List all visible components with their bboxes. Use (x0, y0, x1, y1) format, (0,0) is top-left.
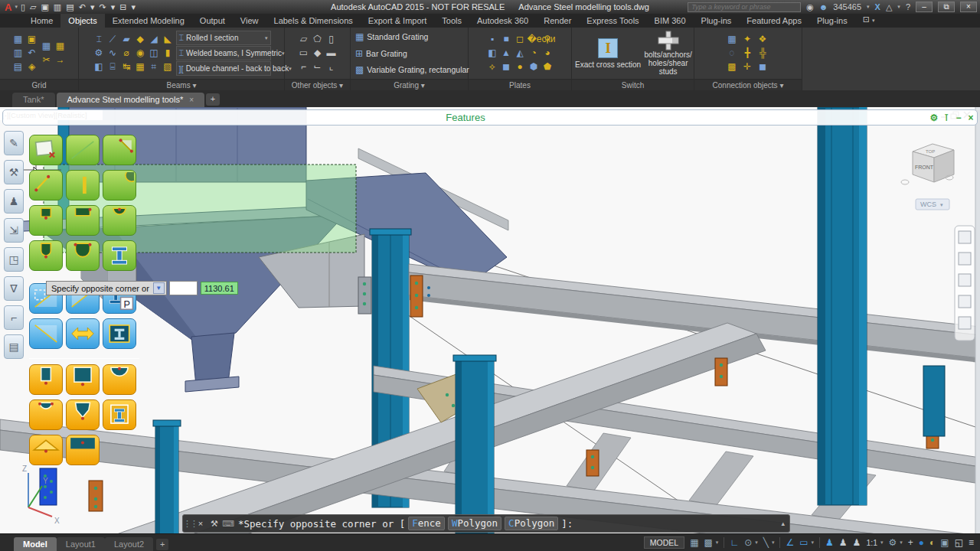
beam-icon-4[interactable]: ◆ (134, 33, 147, 46)
layout2-tab[interactable]: Layout2 (105, 537, 153, 551)
plate-vertical-icon[interactable]: ▱ (297, 33, 310, 46)
option-cpolygon-button[interactable]: CPolygon (505, 517, 558, 530)
ribbon-display-toggle-icon[interactable]: ⊡ ▾ (855, 12, 883, 28)
conn-icon-1[interactable]: ▦ (726, 33, 739, 46)
option-wpolygon-button[interactable]: WPolygon (448, 517, 501, 530)
steel-column-d[interactable] (153, 420, 181, 533)
model-tab[interactable]: Model (14, 537, 57, 551)
plate-icon-13[interactable]: ● (514, 60, 527, 73)
hole-arc-button[interactable] (29, 399, 63, 430)
palette-pin-icon[interactable]: ⊺ (940, 112, 952, 123)
feature-rect-notch-button[interactable] (29, 205, 63, 236)
feature-edge-cut-button[interactable] (29, 170, 63, 201)
zoom-icon[interactable] (959, 274, 971, 286)
funnel-tool-icon[interactable]: ∇ (4, 276, 24, 301)
workspace-icon[interactable]: ⊟ (119, 2, 126, 12)
command-grip-handle[interactable]: ⋮⋮ (183, 519, 194, 529)
pipe-tool-icon[interactable]: ⌐ (4, 305, 24, 330)
tab-render[interactable]: Render (536, 14, 579, 28)
conn-icon-8[interactable]: ✛ (741, 60, 754, 73)
plate-diagonal-cut2-button[interactable] (29, 318, 63, 349)
beam-icon-13[interactable]: ◧ (93, 60, 106, 73)
double-channel-dropdown[interactable]: ][Double channel - back to back▾ (176, 61, 271, 76)
panel-plates-label[interactable]: Plates (469, 79, 571, 90)
grid-sequence-icon[interactable]: ▤ (11, 60, 24, 73)
grid-big-icon[interactable]: ▦ (40, 40, 53, 53)
wcs-dropdown[interactable]: WCS ▾ (916, 199, 949, 210)
variable-grating-item[interactable]: ▩Variable Grating, rectangular (355, 62, 467, 77)
beam-icon-11[interactable]: ◫ (148, 47, 161, 60)
new-layout-button[interactable]: + (156, 539, 168, 550)
close-button[interactable]: × (960, 2, 977, 12)
showmotion-icon[interactable] (959, 317, 971, 329)
option-fence-button[interactable]: Fence (408, 517, 445, 530)
beam-icon-8[interactable]: ∿ (106, 47, 119, 60)
beam-icon-3[interactable]: ▰ (120, 33, 133, 46)
hardware-icon[interactable]: ▣ (940, 534, 949, 551)
feature-corner-cut-button[interactable] (103, 135, 136, 165)
palette-gear-icon[interactable]: ⚙ (928, 112, 940, 123)
grid-extend-icon[interactable]: ◈ (25, 60, 38, 73)
open-file-icon[interactable]: ▱ (30, 2, 36, 12)
tab-express-tools[interactable]: Express Tools (579, 14, 646, 28)
tab-view[interactable]: View (233, 14, 266, 28)
conn-icon-3[interactable]: ❖ (756, 33, 769, 46)
conn-icon-7[interactable]: ▩ (726, 60, 739, 73)
undo-dropdown-icon[interactable]: ▾ (90, 2, 95, 12)
beam-icon-17[interactable]: ⌗ (148, 60, 161, 73)
command-close-icon[interactable]: × (194, 519, 207, 528)
tab-plugins-2[interactable]: Plug-ins (809, 14, 855, 28)
a360-dropdown-icon[interactable]: ▾ (897, 4, 900, 10)
feature-u-notch-button[interactable] (29, 240, 63, 271)
command-prompt[interactable]: *Specify opposite corner or [ Fence WPol… (238, 517, 573, 530)
panel-grating-label[interactable]: Grating ▾ (351, 79, 468, 90)
plate-icon-3[interactable]: ◻ (514, 33, 527, 46)
beam-icon-10[interactable]: ◉ (134, 47, 147, 60)
beam-icon-16[interactable]: ▦ (134, 60, 147, 73)
tab-extended-modeling[interactable]: Extended Modeling (105, 14, 192, 28)
search-icon[interactable]: ◉ (806, 2, 814, 12)
grid-cut-icon[interactable]: ✂ (40, 54, 53, 67)
feature-step-notch-button[interactable] (66, 205, 100, 236)
conn-icon-4[interactable]: ◌ (726, 47, 739, 60)
cut-flat-button[interactable] (66, 435, 100, 465)
bolts-anchors-button[interactable]: bolts/anchors/ holes/shear studs (644, 31, 692, 76)
vertical-scrollbar[interactable] (975, 107, 980, 533)
conn-icon-6[interactable]: ╬ (756, 47, 769, 60)
beam-icon-1[interactable]: ⌶ (93, 33, 106, 46)
iso-dropdown-icon[interactable]: ▾ (772, 540, 775, 546)
save-icon[interactable]: ▣ (41, 2, 48, 12)
osnap-dropdown-icon[interactable]: ▾ (812, 540, 815, 546)
beam-icon-14[interactable]: ⌸ (106, 60, 119, 73)
plate-icon-11[interactable]: ⟡ (486, 60, 499, 73)
grid-arc-icon[interactable]: ↶ (25, 47, 38, 60)
plate-icon-9[interactable]: ◔ (528, 47, 541, 60)
box-tool-icon[interactable]: ◳ (4, 247, 24, 272)
a360-icon[interactable]: △ (886, 2, 892, 12)
help-icon[interactable]: ? (906, 2, 910, 11)
snap-dropdown-icon[interactable]: ▾ (716, 540, 719, 546)
plate-icon-7[interactable]: ▲ (500, 47, 513, 60)
palette-minimize-icon[interactable]: − (952, 112, 965, 123)
restore-button[interactable]: ⧉ (938, 2, 955, 12)
beam-icon-18[interactable]: ▧ (162, 60, 175, 73)
osnap-tracking-icon[interactable]: ∠ (786, 534, 794, 551)
plate-stretch-button[interactable] (66, 318, 100, 349)
new-file-icon[interactable]: ▯ (21, 2, 25, 12)
beam-icon-5[interactable]: ◢ (148, 33, 161, 46)
feature-plain-contour-button[interactable] (66, 135, 100, 165)
grid-move-icon[interactable]: → (54, 54, 67, 67)
annotation-scale-icon[interactable]: ♟ (853, 534, 861, 551)
qat-dropdown-icon[interactable]: ▾ (131, 2, 136, 12)
steel-column-c[interactable] (818, 107, 867, 505)
panel-grid-label[interactable]: Grid (0, 79, 78, 90)
tab-home[interactable]: Home (23, 14, 60, 28)
model-space-toggle[interactable]: MODEL (644, 536, 684, 549)
tab-bim-360[interactable]: BIM 360 (647, 14, 694, 28)
feature-edge-trim-button[interactable] (66, 170, 100, 201)
block-icon[interactable]: ▬ (325, 47, 338, 60)
beam-icon-6[interactable]: ◣ (162, 33, 175, 46)
graphics-performance-icon[interactable]: ● (919, 534, 924, 551)
command-customize-icon[interactable]: ⚒ (207, 519, 221, 529)
polar-tracking-icon[interactable]: ⊙ (744, 534, 752, 551)
